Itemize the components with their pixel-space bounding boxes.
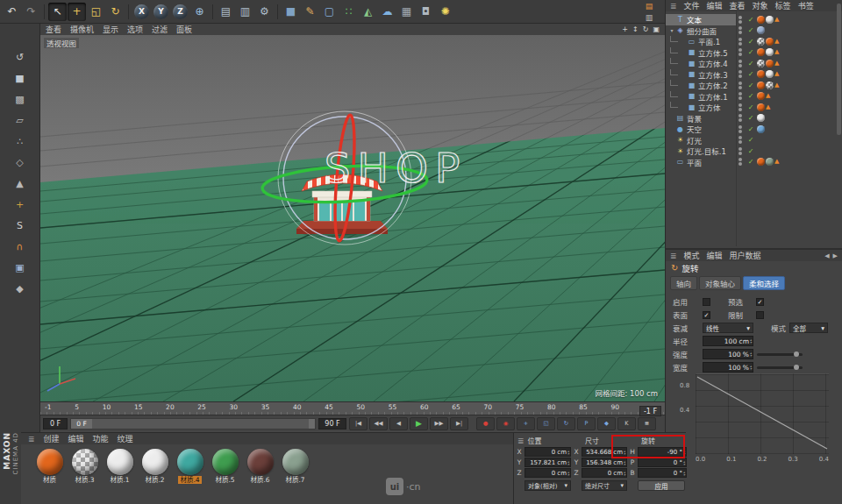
enabled-check-icon[interactable]: ✓ xyxy=(745,103,757,111)
left_toolbar.icons.8.name[interactable]: S xyxy=(12,218,27,233)
enabled-check-icon[interactable]: ✓ xyxy=(745,125,757,133)
material-tag-icon[interactable] xyxy=(757,16,765,24)
stepper-icon[interactable]: ▴▾ xyxy=(750,338,752,344)
viewport-menu-item[interactable]: 选项 xyxy=(127,24,143,35)
stepper-icon[interactable]: ▴▾ xyxy=(567,460,569,465)
phong-tag-icon[interactable]: ▲ xyxy=(774,16,779,24)
object-type-icon[interactable]: ◈ xyxy=(675,26,685,34)
top_toolbar.icons.13.name[interactable]: ▤ xyxy=(217,3,235,21)
timeline.transport.3.name[interactable]: ▶ xyxy=(410,417,428,430)
material-preview-sphere[interactable] xyxy=(282,449,309,475)
visibility-dots[interactable] xyxy=(736,26,745,34)
view-label[interactable]: 透视视图 xyxy=(44,38,79,48)
material-tag-icon[interactable] xyxy=(766,48,774,56)
visibility-dots[interactable] xyxy=(736,82,745,89)
material-name[interactable]: 材质.4 xyxy=(178,476,201,484)
object-type-icon[interactable]: ■ xyxy=(687,92,696,100)
material-tag-icon[interactable] xyxy=(766,16,774,24)
current-frame-field[interactable]: 0 F xyxy=(43,418,68,429)
size-field[interactable]: 156.348 cm ▴▾ xyxy=(582,458,627,467)
timeline.record_icons.6.name[interactable]: ◆ xyxy=(597,417,616,430)
object-manager-menu-item[interactable]: 标签 xyxy=(775,0,791,11)
material-tag-icon[interactable] xyxy=(766,60,774,67)
material-item[interactable]: 材质.3 xyxy=(68,449,101,484)
size-field[interactable]: 0 cm ▴▾ xyxy=(582,468,627,478)
material-preview-sphere[interactable] xyxy=(72,449,98,475)
object-type-icon[interactable]: ■ xyxy=(687,103,696,111)
materials-menu-item[interactable]: 纹理 xyxy=(118,433,133,444)
top_toolbar.icons.25.name[interactable]: ✺ xyxy=(436,3,454,21)
object-manager-menu-item[interactable]: 文件 xyxy=(684,0,700,11)
phong-tag-icon[interactable]: ▲ xyxy=(774,158,779,166)
material-tag-icon[interactable] xyxy=(757,82,765,89)
attribute-menu-item[interactable]: 编辑 xyxy=(707,250,723,261)
material-preview-sphere[interactable] xyxy=(247,449,274,475)
object-type-icon[interactable]: ☀ xyxy=(675,147,685,155)
phong-tag-icon[interactable]: ▲ xyxy=(774,48,779,56)
material-tag-icon[interactable] xyxy=(757,114,765,122)
material-tag-icon[interactable] xyxy=(757,48,765,56)
object-type-icon[interactable]: ■ xyxy=(687,60,696,67)
object-manager-menu-item[interactable]: 查看 xyxy=(730,0,746,11)
shop-3d-text[interactable]: SHOP xyxy=(325,144,467,192)
timeline.record_icons.2.name[interactable]: + xyxy=(517,417,535,430)
material-preview-sphere[interactable] xyxy=(37,449,63,475)
top_toolbar.icons.6.name[interactable]: ↻ xyxy=(106,3,125,21)
object-type-icon[interactable]: ■ xyxy=(687,70,696,78)
top_toolbar.icons.10.name[interactable]: Z xyxy=(173,4,188,19)
panel-layout-icon[interactable]: ▥ xyxy=(643,12,655,23)
enabled-check-icon[interactable]: ✓ xyxy=(745,38,757,46)
timeline.record_icons.5.name[interactable]: P xyxy=(577,417,596,430)
top_toolbar.icons.18.name[interactable]: ✎ xyxy=(301,3,319,21)
enabled-check-icon[interactable]: ✓ xyxy=(745,48,757,56)
texture-tag-icon[interactable] xyxy=(757,38,765,46)
material-tag-icon[interactable] xyxy=(766,158,774,166)
top_toolbar.icons.19.name[interactable]: ▢ xyxy=(320,3,339,21)
enabled-check-icon[interactable]: ✓ xyxy=(745,82,757,89)
visibility-dots[interactable] xyxy=(736,103,745,111)
left_toolbar.icons.4.name[interactable]: ∴ xyxy=(12,134,27,149)
stepper-icon[interactable]: ▴▾ xyxy=(683,460,685,465)
left_toolbar.icons.11.name[interactable]: ◆ xyxy=(12,281,27,296)
stepper-icon[interactable]: ▴▾ xyxy=(624,471,625,476)
attributes.nav_icons.0.name[interactable]: ◀ xyxy=(824,252,829,259)
falloff-dropdown[interactable]: 线性 ▾ xyxy=(703,323,753,333)
object-type-icon[interactable]: T xyxy=(675,16,685,24)
top_toolbar.icons.5.name[interactable]: ◱ xyxy=(87,3,105,21)
timeline.transport.4.name[interactable]: ▶▶ xyxy=(430,417,448,430)
mode-dropdown[interactable]: 全部 ▾ xyxy=(789,323,828,333)
object-row[interactable]: ● 天空 ✓ xyxy=(666,124,842,135)
object-row[interactable]: ▾ ◈ 细分曲面 ✓ xyxy=(666,25,842,37)
timeline.record_icons.0.name[interactable]: ● xyxy=(476,417,495,430)
panel-menu-icon[interactable]: ≣ xyxy=(670,252,677,260)
top_toolbar.icons.11.name[interactable]: ⊕ xyxy=(190,3,209,21)
viewport.corner_icons.3.name[interactable]: ▣ xyxy=(653,25,660,33)
radius-field[interactable]: 100 cm ▴▾ xyxy=(703,336,753,346)
top_toolbar.icons.20.name[interactable]: ∷ xyxy=(339,3,358,21)
stepper-icon[interactable]: ▴▾ xyxy=(683,471,685,476)
material-item[interactable]: 材质.1 xyxy=(103,449,136,484)
top_toolbar.icons.15.name[interactable]: ⚙ xyxy=(255,3,274,21)
texture-tag-icon[interactable] xyxy=(757,60,765,67)
enabled-check-icon[interactable]: ✓ xyxy=(745,136,757,144)
rotation-field[interactable]: 0 ° ▴▾ xyxy=(638,458,687,467)
visibility-dots[interactable] xyxy=(736,48,745,56)
object-row[interactable]: ▭ 平面 ✓ ▲ xyxy=(666,157,842,168)
viewport-menu-item[interactable]: 面板 xyxy=(176,24,192,35)
visibility-dots[interactable] xyxy=(736,16,745,24)
top_toolbar.icons.22.name[interactable]: ☁ xyxy=(378,3,396,21)
current-frame-chip[interactable]: -1 F xyxy=(639,406,661,416)
object-row[interactable]: T 文本 ✓ ▲ xyxy=(666,14,842,25)
position-field[interactable]: 0 cm ▴▾ xyxy=(524,447,571,457)
materials-menu-item[interactable]: 编辑 xyxy=(68,433,84,444)
left_toolbar.icons.1.name[interactable]: ■ xyxy=(12,71,27,86)
layout-switch-icon[interactable]: ▤ xyxy=(643,1,655,11)
material-preview-sphere[interactable] xyxy=(212,449,239,475)
object-row[interactable]: ■ 立方体 ✓ ▲ xyxy=(666,102,842,113)
material-name[interactable]: 材质.3 xyxy=(73,476,96,484)
material-preview-sphere[interactable] xyxy=(142,449,168,475)
object-list-scrollbar[interactable] xyxy=(837,4,841,135)
top_toolbar.icons.9.name[interactable]: Y xyxy=(153,4,168,19)
enabled-check-icon[interactable]: ✓ xyxy=(745,114,757,122)
phong-tag-icon[interactable]: ▲ xyxy=(774,70,779,78)
